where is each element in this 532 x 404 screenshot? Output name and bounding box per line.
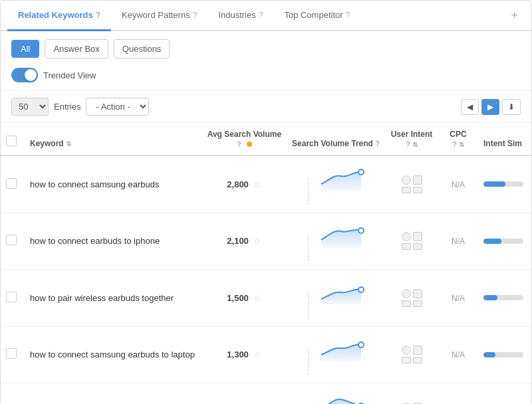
volume-indicator xyxy=(247,142,252,147)
row-intent-sim-cell xyxy=(478,326,531,383)
row-volume-cell: 1,300 ☆ xyxy=(202,326,287,383)
tab-keyword-patterns[interactable]: Keyword Patterns ? xyxy=(111,1,207,31)
row-intent-cell xyxy=(385,326,438,383)
toolbar-nav: ◀ ▶ ⬇ xyxy=(461,99,521,115)
table-body: how to connect samsung earbuds 2,800 ☆ xyxy=(1,155,531,404)
row-intent-bar-fill xyxy=(483,239,501,244)
tab-keyword-patterns-help[interactable]: ? xyxy=(193,11,198,20)
nav-next-button[interactable]: ▶ xyxy=(481,99,499,115)
row-keyword-cell: how to connect samsung earbuds xyxy=(25,155,202,213)
keyword-sort-icon[interactable]: ⇅ xyxy=(66,140,71,148)
intent-bar-icon xyxy=(402,243,411,250)
row-cpc-value: N/A xyxy=(452,180,465,189)
row-keyword-cell: how to connect samsung earbuds to laptop xyxy=(25,326,202,383)
intent-help-icon[interactable]: ? xyxy=(406,140,410,148)
entries-label: Entries xyxy=(54,102,80,112)
table-row: how to get earbuds to stay in 1,100 ☆ xyxy=(1,383,531,404)
select-all-checkbox[interactable] xyxy=(6,136,17,146)
toggle-knob xyxy=(25,69,37,81)
row-intent-sim-cell xyxy=(478,155,531,213)
action-select[interactable]: - Action - xyxy=(86,98,149,116)
intent-sort-icon[interactable]: ⇅ xyxy=(412,141,418,148)
row-volume-cell: 1,500 ☆ xyxy=(202,270,287,327)
row-star-icon[interactable]: ☆ xyxy=(253,236,261,246)
trend-help-icon[interactable]: ? xyxy=(375,140,380,148)
intent-card-icon xyxy=(413,187,422,193)
svg-point-3 xyxy=(358,342,364,348)
row-intent-sim-cell xyxy=(478,270,531,327)
main-container: Related Keywords ? Keyword Patterns ? In… xyxy=(0,0,532,404)
row-checkbox[interactable] xyxy=(6,178,17,189)
row-trend-cell xyxy=(287,213,385,270)
filter-all-button[interactable]: All xyxy=(11,40,39,58)
row-checkbox-cell xyxy=(1,326,25,383)
intent-card-icon xyxy=(413,243,422,250)
tab-related-keywords[interactable]: Related Keywords ? xyxy=(7,1,111,31)
tab-industries[interactable]: Industries ? xyxy=(207,1,273,31)
row-keyword-cell: how to pair wireless earbuds together xyxy=(25,270,202,327)
nav-prev-button[interactable]: ◀ xyxy=(461,99,479,115)
intent-map-icon xyxy=(413,346,422,355)
table-row: how to connect samsung earbuds to laptop… xyxy=(1,326,531,383)
tab-related-keywords-label: Related Keywords xyxy=(18,10,93,20)
row-intent-bar xyxy=(483,239,523,244)
row-checkbox[interactable] xyxy=(6,292,17,302)
intent-bar-icon xyxy=(402,187,411,193)
intent-card-icon xyxy=(413,357,422,363)
add-tab-button[interactable]: + xyxy=(504,2,525,29)
keywords-table-wrap: Keyword ⇅ Avg Search Volume ? Search Vol… xyxy=(1,123,531,404)
download-button[interactable]: ⬇ xyxy=(502,99,521,115)
toggle-row: Trended View xyxy=(11,68,521,82)
keywords-table: Keyword ⇅ Avg Search Volume ? Search Vol… xyxy=(1,123,531,404)
row-star-icon[interactable]: ☆ xyxy=(253,179,261,189)
tab-industries-label: Industries xyxy=(218,10,255,20)
th-intent-label: User Intent xyxy=(390,130,433,139)
th-cpc: CPC ? ⇅ xyxy=(438,123,478,155)
row-volume-value: 2,800 xyxy=(227,179,249,189)
row-trend-cell xyxy=(287,155,385,213)
entries-select[interactable]: 50 25 100 xyxy=(11,98,49,116)
cpc-help-icon[interactable]: ? xyxy=(452,140,457,148)
row-star-icon[interactable]: ☆ xyxy=(253,350,261,359)
intent-map-icon xyxy=(413,289,422,298)
intent-map-icon xyxy=(413,175,422,185)
cpc-sort-icon[interactable]: ⇅ xyxy=(459,141,464,148)
row-keyword-cell: how to get earbuds to stay in xyxy=(25,383,202,404)
filters-section: All Answer Box Questions Trended View xyxy=(1,31,531,91)
row-volume-value: 2,100 xyxy=(227,236,249,246)
row-star-icon[interactable]: ☆ xyxy=(253,293,261,303)
table-row: how to connect earbuds to iphone 2,100 ☆ xyxy=(1,213,531,270)
row-keyword-cell: how to connect earbuds to iphone xyxy=(25,213,202,270)
th-intent-sim: Intent Sim xyxy=(478,123,531,155)
row-checkbox[interactable] xyxy=(6,348,17,359)
row-checkbox[interactable] xyxy=(6,235,17,245)
filter-answer-box-button[interactable]: Answer Box xyxy=(45,39,108,58)
th-intent-sim-label: Intent Sim xyxy=(483,139,522,148)
filter-questions-button[interactable]: Questions xyxy=(114,39,170,58)
tab-keyword-patterns-label: Keyword Patterns xyxy=(122,10,190,20)
row-keyword-text: how to connect samsung earbuds to laptop xyxy=(30,350,195,359)
table-header-row: Keyword ⇅ Avg Search Volume ? Search Vol… xyxy=(1,123,531,155)
row-trend-chart xyxy=(315,164,368,193)
row-intent-bar-fill xyxy=(483,295,497,300)
intent-map-icon xyxy=(413,232,422,241)
row-intent-bar-fill xyxy=(483,352,495,357)
tab-top-competitor[interactable]: Top Competitor ? xyxy=(273,1,360,31)
th-trend: Search Volume Trend ? xyxy=(287,123,385,155)
row-trend-cell xyxy=(287,383,385,404)
row-intent-sim-cell xyxy=(478,383,531,404)
th-user-intent: User Intent ? ⇅ xyxy=(385,123,438,155)
trended-view-toggle[interactable] xyxy=(11,68,38,82)
tab-related-keywords-help[interactable]: ? xyxy=(96,11,100,20)
row-checkbox-cell xyxy=(1,213,25,270)
volume-help-icon[interactable]: ? xyxy=(237,140,241,148)
row-cpc-value: N/A xyxy=(452,350,465,359)
row-intent-sim-cell xyxy=(478,213,531,270)
intent-circle-icon xyxy=(402,232,411,241)
row-intent-cell xyxy=(385,155,438,213)
row-trend-chart xyxy=(315,278,368,307)
row-cpc-cell: N/A xyxy=(438,326,478,383)
tab-top-competitor-help[interactable]: ? xyxy=(346,11,350,20)
row-trend-divider xyxy=(308,292,309,318)
tab-industries-help[interactable]: ? xyxy=(259,11,263,20)
